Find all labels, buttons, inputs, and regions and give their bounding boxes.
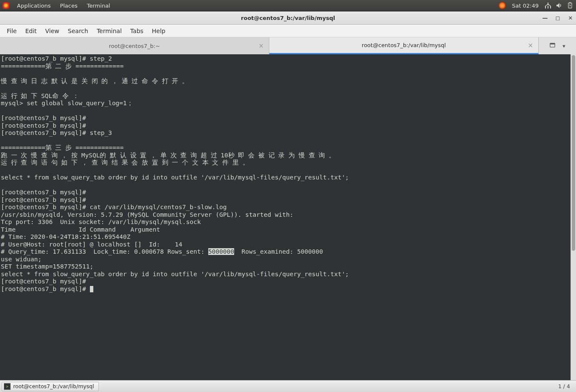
svg-rect-2 [550,6,551,8]
terminal-menubar: File Edit View Search Terminal Tabs Help [0,25,576,37]
panel-left-group: Applications Places Terminal [3,2,112,10]
bottom-taskbar: root@centos7_b:/var/lib/mysql 1 / 4 [0,380,576,392]
clock[interactable]: Sat 02:49 [510,2,540,10]
terminal-line: 慢 查 询 日 志 默 认 是 关 闭 的 ， 通 过 命 令 打 开 。 [1,78,188,84]
weather-icon[interactable] [498,2,506,9]
terminal-line: Tcp port: 3306 Unix socket: /var/lib/mys… [1,218,201,225]
workspace-indicator[interactable]: 1 / 4 [554,383,574,389]
terminal-line: [root@centos7_b mysql]# step_2 [1,55,112,62]
network-icon[interactable] [545,2,551,9]
terminal-line: 运 行 如 下 SQL命 令 ： [1,92,79,99]
window-controls: — ◻ ✕ [542,15,573,21]
terminal-line: [root@centos7_b mysql]# [1,196,90,203]
terminal-line: # Query_time: 17.631133 Lock_time: 0.000… [1,248,323,255]
terminal-app-menu[interactable]: Terminal [85,2,112,10]
tab-dropdown-icon[interactable]: ▾ [562,43,565,49]
menu-edit[interactable]: Edit [22,26,40,36]
terminal-line: select * from slow_query_tab order by id… [1,174,349,181]
applications-menu[interactable]: Applications [15,2,52,10]
terminal-line: # Time: 2020-04-24T18:21:51.695440Z [1,233,131,240]
window-title: root@centos7_b:/var/lib/mysql [241,15,335,21]
menu-view[interactable]: View [42,26,63,36]
menu-file[interactable]: File [3,26,20,36]
window-titlebar[interactable]: root@centos7_b:/var/lib/mysql — ◻ ✕ [0,11,576,25]
distro-logo-icon [3,2,9,9]
terminal-line: ============第 二 步 ============= [1,63,123,70]
menu-search[interactable]: Search [64,26,92,36]
terminal-line: [root@centos7_b mysql]# [1,189,90,196]
terminal-tabbar: root@centos7_b:~ × root@centos7_b:/var/l… [0,37,576,54]
panel-right-group: Sat 02:49 [498,2,573,10]
svg-rect-1 [545,6,546,8]
menu-terminal[interactable]: Terminal [93,26,125,36]
taskbar-item-label: root@centos7_b:/var/lib/mysql [13,383,94,389]
terminal-line: [root@centos7_b mysql]# step_3 [1,129,112,136]
svg-rect-7 [550,43,555,45]
terminal-line: /usr/sbin/mysqld, Version: 5.7.29 (MySQL… [1,211,294,218]
terminal-line: select * from slow_query_tab order by id… [1,271,349,277]
terminal-line: [root@centos7_b mysql]# [1,286,93,292]
terminal-line: 跑 一 次 慢 查 询 ， 按 MySQL的 默 认 设 置 ， 单 次 查 询… [1,152,335,159]
tab-label: root@centos7_b:/var/lib/mysql [362,42,446,48]
terminal-output[interactable]: [root@centos7_b mysql]# step_2 =========… [0,54,570,380]
close-button[interactable]: ✕ [568,15,573,21]
terminal-line: [root@centos7_b mysql]# cat /var/lib/mys… [1,204,227,210]
minimize-button[interactable]: — [542,15,548,21]
menu-help[interactable]: Help [148,26,169,36]
places-menu[interactable]: Places [58,2,79,10]
terminal-scrollbar[interactable] [570,54,576,380]
terminal-line: Time Id Command Argument [1,226,160,233]
terminal-line: # User@Host: root[root] @ localhost [] I… [1,241,182,248]
terminal-line: [root@centos7_b mysql]# [1,122,90,129]
terminal-line: 运 行 查 询 语 句 如 下 ， 查 询 结 果 会 放 置 到 一 个 文 … [1,159,249,166]
battery-icon[interactable] [567,2,573,9]
tab-mysql[interactable]: root@centos7_b:/var/lib/mysql × [269,37,539,54]
new-tab-button[interactable] [549,42,556,50]
volume-icon[interactable] [556,2,562,9]
terminal-area: [root@centos7_b mysql]# step_2 =========… [0,54,576,380]
terminal-line: SET timestamp=1587752511; [1,263,93,270]
gnome-top-panel: Applications Places Terminal Sat 02:49 [0,0,576,11]
tab-extra-controls: ▾ [539,37,576,54]
terminal-line: use widuan; [1,256,42,263]
tab-label: root@centos7_b:~ [109,43,160,49]
highlighted-text: 5000000 [208,248,234,255]
taskbar-window-item[interactable]: root@centos7_b:/var/lib/mysql [2,382,99,391]
terminal-line: ============第 三 步 ============= [1,144,123,151]
tab-close-icon[interactable]: × [258,42,264,50]
tab-close-icon[interactable]: × [528,42,533,49]
svg-rect-5 [569,3,571,3]
maximize-button[interactable]: ◻ [555,15,561,21]
terminal-icon [4,383,11,390]
menu-tabs[interactable]: Tabs [127,26,147,36]
terminal-line: mysql> set global slow_query_log=1； [1,100,133,106]
terminal-cursor [90,286,93,292]
scrollbar-thumb[interactable] [572,55,575,251]
svg-rect-3 [548,6,548,8]
terminal-line: [root@centos7_b mysql]# [1,278,90,285]
tab-home[interactable]: root@centos7_b:~ × [0,37,269,54]
terminal-line: [root@centos7_b mysql]# [1,115,90,121]
